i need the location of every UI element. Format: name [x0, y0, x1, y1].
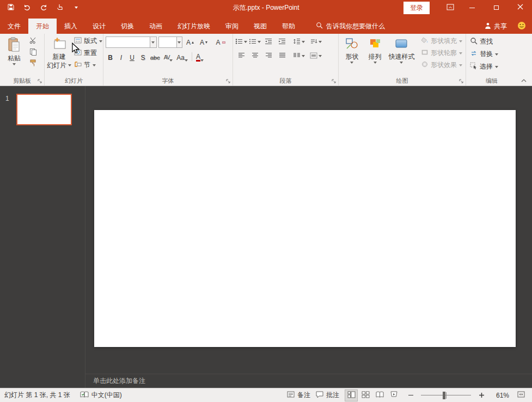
underline-button[interactable]: U — [127, 52, 137, 62]
maximize-button[interactable] — [484, 0, 508, 15]
zoom-slider-thumb[interactable] — [443, 392, 445, 399]
tell-me-search[interactable]: 告诉我你想要做什么 — [311, 19, 389, 34]
minimize-button[interactable] — [460, 0, 484, 15]
tab-design[interactable]: 设计 — [85, 19, 113, 34]
new-slide-button[interactable]: 新建 幻灯片 — [47, 35, 71, 71]
sign-in-button[interactable]: 登录 — [403, 2, 430, 14]
shapes-button[interactable]: 形状 — [341, 35, 363, 71]
tab-file[interactable]: 文件 — [0, 19, 28, 34]
align-center-button[interactable] — [249, 51, 261, 62]
change-case-icon: Aa — [176, 54, 185, 62]
align-right-button[interactable] — [262, 51, 274, 62]
line-spacing-button[interactable] — [293, 36, 305, 47]
tab-animations[interactable]: 动画 — [142, 19, 170, 34]
slide-canvas[interactable] — [94, 110, 516, 347]
notes-toggle-button[interactable]: 备注 — [287, 391, 310, 400]
zoom-level[interactable]: 61% — [492, 392, 509, 399]
align-left-button[interactable] — [235, 51, 247, 62]
paste-button[interactable]: 粘贴 — [2, 35, 26, 69]
align-text-button[interactable] — [310, 51, 322, 62]
zoom-slider[interactable] — [421, 389, 471, 401]
save-button[interactable] — [4, 1, 17, 14]
fit-slide-to-window-button[interactable] — [515, 389, 528, 401]
view-slide-sorter-button[interactable] — [359, 389, 372, 401]
layout-button[interactable]: 版式 — [72, 35, 104, 47]
slide-thumbnail-1[interactable] — [16, 94, 72, 125]
clear-formatting-button[interactable]: A — [215, 37, 227, 48]
find-button[interactable]: 查找 — [468, 36, 516, 47]
view-reading-button[interactable] — [373, 389, 386, 401]
bold-button[interactable]: B — [106, 52, 115, 62]
tab-transitions[interactable]: 切换 — [113, 19, 142, 34]
drawing-dialog-launcher[interactable] — [458, 78, 464, 84]
format-painter-button[interactable] — [27, 58, 39, 69]
font-color-button[interactable]: A — [195, 52, 205, 62]
shape-outline-button[interactable]: 形状轮廓 — [419, 47, 464, 59]
font-size-input[interactable] — [159, 37, 176, 47]
editor-pane: 单击此处添加备注 — [85, 86, 532, 388]
tab-view[interactable]: 视图 — [246, 19, 274, 34]
font-size-combo[interactable] — [158, 36, 182, 48]
close-button[interactable] — [508, 0, 532, 15]
arrange-button[interactable]: 排列 — [364, 35, 386, 71]
tab-insert[interactable]: 插入 — [57, 19, 85, 34]
font-name-input[interactable] — [106, 37, 150, 47]
font-name-combo[interactable] — [106, 36, 157, 48]
language-indicator[interactable]: 中文(中国) — [80, 391, 122, 400]
columns-button[interactable] — [293, 51, 305, 62]
tab-slideshow[interactable]: 幻灯片放映 — [170, 19, 218, 34]
slide-indicator[interactable]: 幻灯片 第 1 张, 共 1 张 — [4, 391, 70, 400]
cut-button[interactable] — [27, 35, 39, 46]
comments-toggle-button[interactable]: 批注 — [316, 391, 339, 400]
collapse-ribbon-button[interactable] — [519, 76, 529, 84]
numbering-button[interactable] — [249, 36, 261, 47]
slides-group-label: 幻灯片 — [45, 77, 103, 85]
paragraph-dialog-launcher[interactable] — [331, 78, 337, 84]
zoom-out-button[interactable] — [406, 390, 415, 401]
change-case-button[interactable]: Aa — [175, 52, 189, 62]
bullets-button[interactable] — [235, 36, 247, 47]
ribbon-display-options-button[interactable] — [441, 0, 460, 15]
reset-button[interactable]: 重置 — [72, 47, 104, 59]
increase-indent-button[interactable] — [276, 36, 288, 47]
tab-help[interactable]: 帮助 — [274, 19, 303, 34]
share-button[interactable]: 共享 — [485, 22, 507, 31]
decrease-indent-button[interactable] — [262, 36, 274, 47]
font-dialog-launcher[interactable] — [225, 78, 231, 84]
select-button[interactable]: 选择 — [468, 61, 516, 72]
tab-review[interactable]: 审阅 — [218, 19, 246, 34]
customize-qat-button[interactable] — [70, 1, 83, 14]
italic-button[interactable]: I — [117, 52, 126, 62]
tab-home[interactable]: 开始 — [28, 19, 57, 34]
replace-button[interactable]: 替换 — [468, 48, 516, 60]
text-direction-button[interactable] — [310, 36, 322, 47]
quick-styles-button[interactable]: 快速样式 — [387, 35, 416, 71]
text-shadow-button[interactable]: S — [138, 52, 148, 62]
zoom-in-button[interactable] — [476, 390, 486, 401]
touch-mode-button[interactable] — [53, 1, 66, 14]
font-size-dropdown[interactable] — [176, 37, 182, 47]
slide-thumbnail-panel[interactable]: 1 — [0, 86, 85, 388]
paste-dropdown-icon — [13, 63, 16, 65]
shape-fill-button[interactable]: 形状填充 — [419, 35, 464, 47]
notes-pane[interactable]: 单击此处添加备注 — [85, 374, 532, 388]
feedback-icon — [517, 21, 526, 32]
character-spacing-button[interactable]: AV — [163, 52, 174, 62]
copy-icon — [29, 48, 37, 57]
strikethrough-button[interactable]: abc — [149, 52, 161, 62]
justify-button[interactable] — [276, 51, 288, 62]
redo-button[interactable] — [37, 1, 50, 14]
shape-effects-button[interactable]: 形状效果 — [419, 59, 464, 71]
feedback-smiley-button[interactable] — [516, 20, 528, 32]
statusbar-right: 备注 批注 — [287, 389, 528, 401]
copy-button[interactable] — [27, 47, 39, 58]
view-slideshow-button[interactable] — [387, 389, 400, 401]
decrease-font-size-button[interactable]: A — [198, 37, 210, 48]
clipboard-dialog-launcher[interactable] — [36, 78, 43, 84]
view-normal-button[interactable] — [345, 389, 358, 401]
select-dropdown-icon — [495, 66, 498, 68]
increase-font-size-button[interactable]: A — [184, 37, 196, 48]
section-button[interactable]: 节 — [72, 59, 104, 71]
font-name-dropdown[interactable] — [150, 37, 156, 47]
undo-button[interactable] — [21, 1, 34, 14]
